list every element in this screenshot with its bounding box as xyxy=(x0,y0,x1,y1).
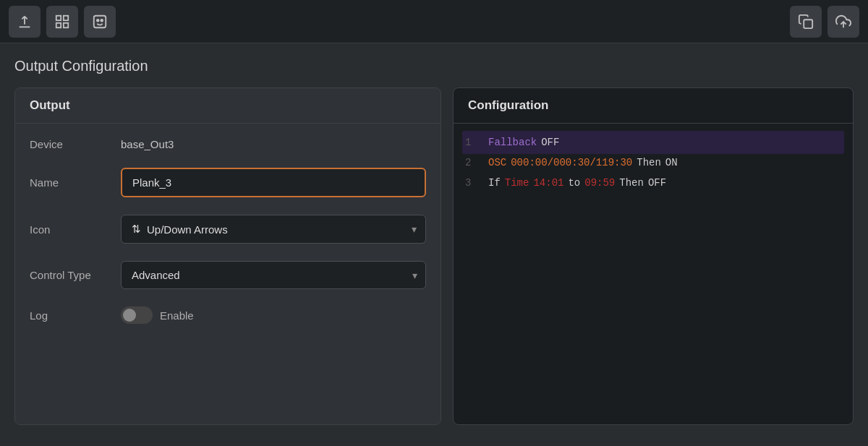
name-row: Name xyxy=(30,168,426,197)
line-number: 1 xyxy=(465,132,477,153)
line-number: 3 xyxy=(465,173,477,193)
copy-button[interactable] xyxy=(790,6,822,38)
line-number: 2 xyxy=(465,153,477,173)
svg-rect-5 xyxy=(94,15,106,27)
upload-button[interactable] xyxy=(9,6,41,38)
code-line: 2OSC000:00/000:30/119:30ThenON xyxy=(465,153,841,173)
icon-select[interactable]: ⇅ Up/Down Arrows ▾ xyxy=(121,215,426,244)
code-token: Then xyxy=(637,153,661,173)
config-panel-header: Configuration xyxy=(454,88,853,124)
icon-label: Icon xyxy=(30,223,109,236)
output-panel-header: Output xyxy=(15,88,441,124)
device-value: base_Out3 xyxy=(121,138,174,150)
code-line: 1FallbackOFF xyxy=(462,131,844,154)
control-type-select-wrapper: Advanced Basic Manual Auto ▾ xyxy=(121,261,426,289)
svg-rect-2 xyxy=(64,15,68,20)
code-token: 09:59 xyxy=(584,173,615,193)
log-label: Log xyxy=(30,309,109,322)
code-token: Time xyxy=(505,173,529,193)
grid-button[interactable] xyxy=(46,6,78,38)
name-label: Name xyxy=(30,176,109,189)
icon-select-value: Up/Down Arrows xyxy=(147,223,228,236)
output-panel-body: Device base_Out3 Name Icon ⇅ Up/Down Arr… xyxy=(15,124,441,338)
updown-icon: ⇅ xyxy=(132,223,141,236)
code-token: Fallback xyxy=(488,132,537,153)
toolbar-left xyxy=(9,6,116,38)
svg-rect-3 xyxy=(56,22,61,27)
log-toggle[interactable] xyxy=(121,306,153,324)
line-content: IfTime14:01to09:59ThenOFF xyxy=(488,173,666,193)
page-title: Output Configuration xyxy=(14,58,854,74)
device-label: Device xyxy=(30,138,109,150)
code-token: OSC xyxy=(488,153,506,173)
icon-chevron-icon: ▾ xyxy=(412,223,417,235)
toolbar-right xyxy=(790,6,859,38)
code-token: If xyxy=(488,173,501,193)
config-body: 1FallbackOFF2OSC000:00/000:30/119:30Then… xyxy=(454,124,853,424)
cloud-upload-button[interactable] xyxy=(827,6,859,38)
log-row: Log Enable xyxy=(30,306,426,324)
svg-rect-8 xyxy=(804,20,812,28)
code-token: 14:01 xyxy=(533,173,563,193)
svg-rect-4 xyxy=(64,22,68,27)
output-panel: Output Device base_Out3 Name Icon xyxy=(14,87,441,425)
config-panel: Configuration 1FallbackOFF2OSC000:00/000… xyxy=(453,87,854,425)
icon-select-wrapper: ⇅ Up/Down Arrows ▾ xyxy=(121,215,426,244)
toggle-slider xyxy=(121,306,153,324)
svg-rect-1 xyxy=(56,15,61,20)
line-content: FallbackOFF xyxy=(488,132,559,153)
log-toggle-label: Enable xyxy=(160,309,194,322)
code-token: 000:00/000:30/119:30 xyxy=(511,153,632,173)
main-content: Output Configuration Output Device base_… xyxy=(0,43,868,446)
name-input[interactable] xyxy=(121,168,426,197)
svg-point-7 xyxy=(101,19,103,21)
toolbar xyxy=(0,0,868,43)
code-token: Then xyxy=(619,173,644,193)
code-token: ON xyxy=(665,153,678,173)
code-line: 3IfTime14:01to09:59ThenOFF xyxy=(465,173,841,193)
icon-row: Icon ⇅ Up/Down Arrows ▾ xyxy=(30,215,426,244)
control-type-select[interactable]: Advanced Basic Manual Auto xyxy=(121,261,426,289)
code-token: OFF xyxy=(648,173,666,193)
log-toggle-wrapper: Enable xyxy=(121,306,194,324)
line-content: OSC000:00/000:30/119:30ThenON xyxy=(488,153,678,173)
panels-row: Output Device base_Out3 Name Icon xyxy=(14,87,854,425)
code-token: to xyxy=(568,173,580,193)
code-token: OFF xyxy=(541,132,559,153)
face-button[interactable] xyxy=(84,6,116,38)
control-type-label: Control Type xyxy=(30,269,109,281)
svg-point-6 xyxy=(97,19,99,21)
control-type-row: Control Type Advanced Basic Manual Auto … xyxy=(30,261,426,289)
device-row: Device base_Out3 xyxy=(30,138,426,150)
